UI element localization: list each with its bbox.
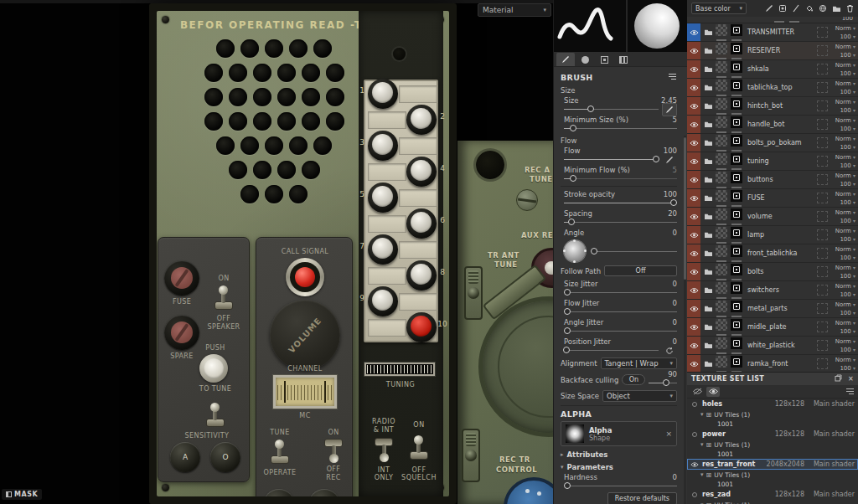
layer-row[interactable]: handle_bot Norm ▾100 ▾ (687, 116, 858, 134)
layer-row[interactable]: lamp Norm ▾100 ▾ (687, 226, 858, 244)
opacity-dropdown[interactable]: 100 ▾ (840, 162, 855, 170)
visibility-eye-icon[interactable] (687, 134, 700, 152)
visibility-eye-icon[interactable] (687, 79, 700, 96)
tab-material[interactable] (614, 53, 633, 66)
layer-thumbnail[interactable] (716, 61, 727, 73)
size-slider[interactable] (564, 105, 659, 113)
material-mode-dropdown[interactable]: Material ▾ (478, 3, 551, 17)
brush-icon[interactable] (662, 103, 677, 116)
mask-thumbnail[interactable] (731, 337, 742, 349)
eye-icon[interactable] (690, 461, 699, 468)
opacity-dropdown[interactable]: 100 ▾ (840, 51, 855, 59)
layer-thumbnail[interactable] (716, 80, 727, 91)
mask-thumbnail[interactable] (731, 301, 742, 312)
param-value[interactable]: 90 (668, 370, 677, 378)
line-icon[interactable] (792, 4, 800, 13)
uv-tile-item[interactable]: 1001 (687, 419, 858, 429)
param-value[interactable]: 20 (668, 209, 677, 219)
visibility-eye-icon[interactable] (687, 318, 700, 336)
visibility-eye-icon[interactable] (687, 97, 700, 115)
opacity-dropdown[interactable]: 100 ▾ (840, 180, 855, 188)
backface-culling-toggle[interactable]: On (622, 374, 645, 385)
size-jitter-slider[interactable] (564, 289, 677, 296)
blend-mode-dropdown[interactable]: Norm ▾ (835, 135, 855, 143)
layer-row[interactable]: tuning Norm ▾100 ▾ (687, 152, 858, 171)
visibility-eye-icon[interactable] (687, 171, 700, 188)
blend-mode-dropdown[interactable]: Norm ▾ (835, 301, 855, 309)
mask-thumbnail[interactable] (731, 61, 742, 73)
layer-thumbnail[interactable] (716, 264, 727, 275)
dice-icon[interactable] (662, 344, 677, 357)
texture-set-row[interactable]: res_tran_front2048x2048Main shader (687, 459, 858, 470)
layer-thumbnail[interactable] (716, 319, 727, 331)
opacity-dropdown[interactable]: 100 ▾ (840, 33, 855, 41)
layer-row[interactable]: bolts_po_bokam Norm ▾100 ▾ (687, 134, 858, 152)
tab-stencil[interactable] (595, 53, 613, 66)
spacing-slider[interactable] (564, 219, 677, 226)
trash-icon[interactable] (846, 4, 854, 13)
uv-tiles-row[interactable]: ▾⊞UV Tiles (1) (687, 440, 858, 450)
stamp-icon[interactable] (778, 4, 787, 13)
opacity-dropdown[interactable]: 100 ▾ (840, 106, 855, 115)
opacity-dropdown[interactable]: 100 ▾ (840, 125, 855, 133)
pen-icon[interactable] (662, 153, 677, 167)
close-icon[interactable]: × (848, 375, 854, 383)
blend-mode-dropdown[interactable]: Norm ▾ (835, 337, 855, 346)
opacity-dropdown[interactable]: 100 ▾ (840, 291, 855, 299)
circle-icon[interactable] (690, 432, 699, 437)
layer-row[interactable]: TRANSMITTER Norm ▾100 ▾ (687, 23, 858, 42)
texture-set-row[interactable]: power128x128Main shader (687, 429, 858, 440)
minimum-flow--slider[interactable] (564, 175, 677, 183)
hardness-slider[interactable] (564, 482, 677, 490)
angle-dial[interactable] (564, 240, 586, 262)
texture-set-row[interactable]: res_zad128x128Main shader (687, 489, 858, 500)
stroke-opacity-slider[interactable] (564, 199, 677, 207)
opacity-dropdown[interactable]: 100 ▾ (840, 272, 855, 280)
layer-thumbnail[interactable] (716, 356, 727, 368)
follow-path-button[interactable]: Off (604, 265, 677, 276)
mask-thumbnail[interactable] (731, 135, 742, 147)
layer-row[interactable]: midle_plate Norm ▾100 ▾ (687, 318, 858, 337)
layer-row[interactable]: buttons Norm ▾100 ▾ (687, 171, 858, 189)
uv-tiles-row[interactable]: ▾⊞UV Tiles (1) (687, 500, 858, 504)
visibility-eye-icon[interactable] (687, 208, 700, 225)
param-value[interactable]: 0 (673, 280, 677, 289)
flow-slider[interactable] (564, 156, 659, 163)
layer-thumbnail[interactable] (716, 24, 727, 36)
blend-mode-dropdown[interactable]: Norm ▾ (835, 153, 855, 162)
layer-thumbnail[interactable] (716, 337, 727, 349)
show-all-eye-icon[interactable] (706, 387, 720, 397)
blend-mode-dropdown[interactable]: Norm ▾ (835, 245, 855, 254)
layer-row[interactable]: metal_parts Norm ▾100 ▾ (687, 300, 858, 318)
visibility-eye-icon[interactable] (687, 355, 700, 372)
flow-jitter-slider[interactable] (564, 308, 677, 316)
param-value[interactable]: 0 (673, 299, 677, 308)
blend-mode-dropdown[interactable]: Norm ▾ (835, 356, 855, 364)
visibility-eye-icon[interactable] (687, 152, 700, 170)
world-icon[interactable] (819, 4, 827, 13)
mask-thumbnail[interactable] (731, 98, 742, 110)
alignment-dropdown[interactable]: Tangent | Wrap▾ (601, 357, 677, 369)
backface-slider[interactable] (649, 379, 677, 387)
visibility-eye-icon[interactable] (687, 337, 700, 354)
opacity-dropdown[interactable]: 100 ▾ (840, 235, 855, 244)
preset-list-icon[interactable] (668, 73, 677, 82)
layer-thumbnail[interactable] (716, 153, 727, 165)
mask-thumbnail[interactable] (731, 264, 742, 275)
mask-thumbnail[interactable] (731, 43, 742, 54)
uv-tile-item[interactable]: 1001 (687, 480, 858, 489)
mask-thumbnail[interactable] (731, 245, 742, 257)
visibility-eye-icon[interactable] (687, 42, 700, 59)
dock-icon[interactable] (835, 374, 842, 383)
blend-mode-dropdown[interactable]: Norm ▾ (835, 282, 855, 291)
angle-slider[interactable] (592, 248, 677, 255)
circle-icon[interactable] (690, 492, 699, 497)
layer-thumbnail[interactable] (716, 301, 727, 312)
param-value[interactable]: 0 (673, 318, 677, 327)
opacity-dropdown[interactable]: 100 ▾ (840, 364, 855, 373)
blend-mode-dropdown[interactable]: Norm ▾ (835, 319, 855, 327)
layer-thumbnail[interactable] (716, 208, 727, 220)
opacity-dropdown[interactable]: 100 ▾ (840, 346, 855, 354)
layer-row[interactable]: ramka_front Norm ▾100 ▾ (687, 355, 858, 372)
layer-thumbnail[interactable] (716, 116, 727, 128)
